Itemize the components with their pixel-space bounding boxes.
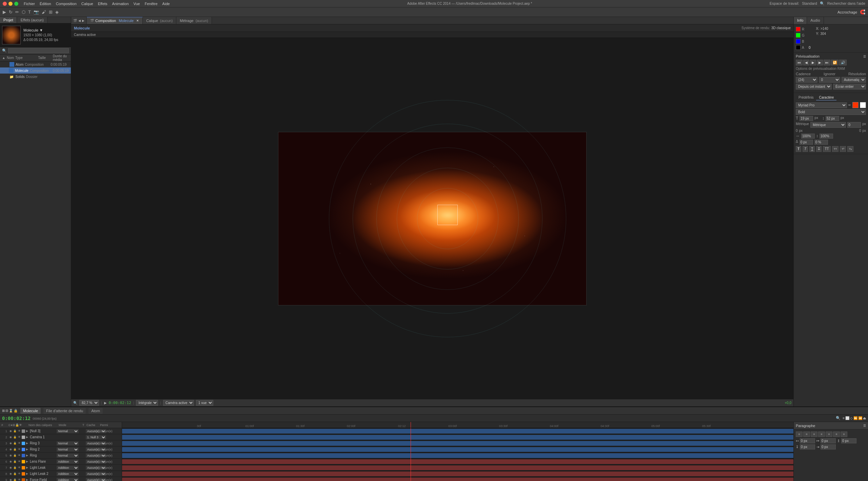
- playhead-track[interactable]: [411, 428, 411, 481]
- track-bar-8[interactable]: [122, 478, 793, 481]
- tool-pen[interactable]: ✏: [15, 9, 19, 15]
- tab-predefinis[interactable]: Prédéfinis: [796, 95, 816, 100]
- align-center-button[interactable]: ≡: [803, 432, 810, 437]
- snap-icon[interactable]: 🧲: [860, 9, 865, 15]
- close-button[interactable]: [3, 2, 7, 6]
- minimize-button[interactable]: [8, 2, 13, 6]
- font-style-select[interactable]: Bold: [796, 109, 866, 115]
- mode-select[interactable]: Normal: [57, 454, 79, 458]
- expand-icon[interactable]: ▶: [25, 441, 29, 445]
- superscript-button[interactable]: T²: [840, 146, 846, 152]
- solo-icon[interactable]: ◉: [9, 429, 13, 433]
- track-bar-6[interactable]: [122, 465, 793, 470]
- playhead[interactable]: [411, 422, 411, 428]
- menu-vue[interactable]: Vue: [134, 2, 140, 6]
- tl-tool-4[interactable]: ⏩: [853, 416, 857, 420]
- eye-icon[interactable]: 👁: [17, 478, 21, 481]
- eye-icon[interactable]: 👁: [17, 441, 21, 445]
- tab-composition[interactable]: 🎬 Composition Molecule ✕: [87, 17, 143, 24]
- tool-select[interactable]: ▶: [3, 9, 6, 15]
- tool-clone[interactable]: ⊞: [49, 9, 53, 15]
- tl-tool-6[interactable]: ⏏: [863, 416, 866, 420]
- tool-text[interactable]: T: [28, 9, 31, 15]
- layer-row-8[interactable]: 9 ◉ 🔒 👁 ▶ Force Field Addition Aucun(e) …: [0, 477, 122, 481]
- expand-icon[interactable]: ▶: [25, 429, 29, 433]
- prev-frame-button[interactable]: ◀: [803, 60, 809, 65]
- paragraph-menu-icon[interactable]: ☰: [863, 424, 866, 427]
- goto-end-button[interactable]: ⏭: [824, 60, 830, 65]
- font-edit-icon[interactable]: ✏: [848, 103, 851, 107]
- align-justify3-button[interactable]: ≡: [833, 432, 840, 437]
- baseline-shift-input[interactable]: [800, 140, 813, 145]
- mode-select[interactable]: Normal: [57, 447, 79, 452]
- font-size-input[interactable]: [800, 116, 813, 121]
- mode-select[interactable]: Normal: [57, 441, 79, 445]
- mode-select[interactable]: Addition: [57, 466, 79, 470]
- tab-audio[interactable]: Audio: [807, 17, 824, 24]
- allcaps-button[interactable]: TT: [823, 146, 830, 152]
- layer-row-6[interactable]: 7 ◉ 🔒 👁 ▶ Light Leak Addition Aucun(e) A…: [0, 465, 122, 471]
- tool-puppet[interactable]: ◈: [55, 9, 59, 15]
- tl-tab-atom[interactable]: Atom: [88, 408, 103, 414]
- cadence-select[interactable]: (24): [796, 77, 817, 83]
- eye-icon[interactable]: 👁: [17, 435, 21, 439]
- tool-camera[interactable]: 📷: [34, 9, 39, 15]
- expand-icon[interactable]: ▶: [25, 460, 29, 464]
- align-justify4-button[interactable]: ≡: [841, 432, 847, 437]
- tab-metrage[interactable]: Métrage (aucun): [176, 17, 212, 24]
- tab-effets[interactable]: Effets (aucun): [17, 17, 47, 23]
- strikethrough-button[interactable]: T: [816, 146, 822, 152]
- search-layer-icon[interactable]: 🔍: [836, 416, 841, 420]
- lock-icon[interactable]: 🔒: [13, 454, 17, 458]
- maximize-button[interactable]: [14, 2, 18, 6]
- mode-select[interactable]: Addition: [57, 460, 79, 464]
- close-tab-icon[interactable]: ✕: [136, 19, 139, 22]
- tab-calque[interactable]: Calque (aucun): [143, 17, 176, 24]
- italic-button[interactable]: T: [803, 146, 808, 152]
- expand-icon[interactable]: ▶: [25, 435, 29, 439]
- solo-icon[interactable]: ◉: [9, 441, 13, 445]
- project-item-molecule[interactable]: Molecule Composition 0:00:05:19: [0, 67, 71, 74]
- timecode-display[interactable]: 0:00:02:12: [109, 401, 131, 405]
- tool-shape[interactable]: ⬡: [22, 9, 25, 15]
- align-justify-button[interactable]: ≡: [818, 432, 825, 437]
- eye-icon[interactable]: 👁: [17, 466, 21, 470]
- eye-icon[interactable]: 👁: [17, 460, 21, 464]
- track-bar-1[interactable]: [122, 435, 793, 440]
- next-frame-button[interactable]: ▶: [817, 60, 823, 65]
- selection-box[interactable]: [437, 205, 458, 225]
- eye-icon[interactable]: 👁: [17, 454, 21, 458]
- tl-tab-render[interactable]: File d'attente de rendu: [43, 408, 86, 414]
- tool-brush[interactable]: 🖌: [42, 9, 46, 15]
- indent-right-input[interactable]: [821, 438, 836, 443]
- mode-select[interactable]: Normal: [57, 429, 79, 433]
- space-before-input[interactable]: [841, 438, 856, 443]
- menu-edition[interactable]: Édition: [40, 2, 51, 6]
- menu-calque[interactable]: Calque: [81, 2, 93, 6]
- eye-icon[interactable]: 👁: [17, 429, 21, 433]
- layer-row-0[interactable]: 1 ◉ 🔒 👁 ▶ [Null 3] Normal Aucun(e) Aucun…: [0, 428, 122, 434]
- lock-icon[interactable]: 🔒: [13, 429, 17, 433]
- layer-row-7[interactable]: 8 ◉ 🔒 👁 ▶ Light Leak 2 Addition Aucun(e)…: [0, 471, 122, 477]
- project-item-atom[interactable]: Atom Composition 0:00:05:19: [0, 61, 71, 67]
- layer-row-3[interactable]: 4 ◉ 🔒 👁 ▶ Ring 2 Normal Aucun(e) Aucun(e…: [0, 446, 122, 453]
- audio-button[interactable]: 🔊: [839, 60, 847, 65]
- align-left-button[interactable]: ≡: [796, 432, 803, 437]
- loop-button[interactable]: 🔁: [831, 60, 839, 65]
- smallcaps-button[interactable]: TT: [832, 146, 839, 152]
- font-stroke-swatch[interactable]: [860, 102, 866, 108]
- cache-select[interactable]: 1. Null 3: [86, 435, 106, 439]
- search-help[interactable]: Rechercher dans l'aide: [827, 1, 865, 6]
- menu-fichier[interactable]: Fichier: [24, 2, 35, 6]
- preview-menu-icon[interactable]: ☰: [863, 55, 866, 58]
- mode-select[interactable]: Addition: [57, 478, 79, 481]
- expand-icon[interactable]: ▶: [25, 454, 29, 458]
- tracking-input[interactable]: [847, 122, 861, 128]
- track-bar-2[interactable]: [122, 441, 793, 446]
- viewer-canvas-area[interactable]: [71, 38, 793, 399]
- tl-tool-3[interactable]: ◇: [850, 416, 853, 420]
- zoom-selector[interactable]: 82,7 %: [79, 400, 99, 406]
- tab-caractere[interactable]: Caractère: [816, 95, 836, 100]
- lock-icon[interactable]: 🔒: [13, 466, 17, 470]
- tl-tool-1[interactable]: ≡: [843, 416, 845, 420]
